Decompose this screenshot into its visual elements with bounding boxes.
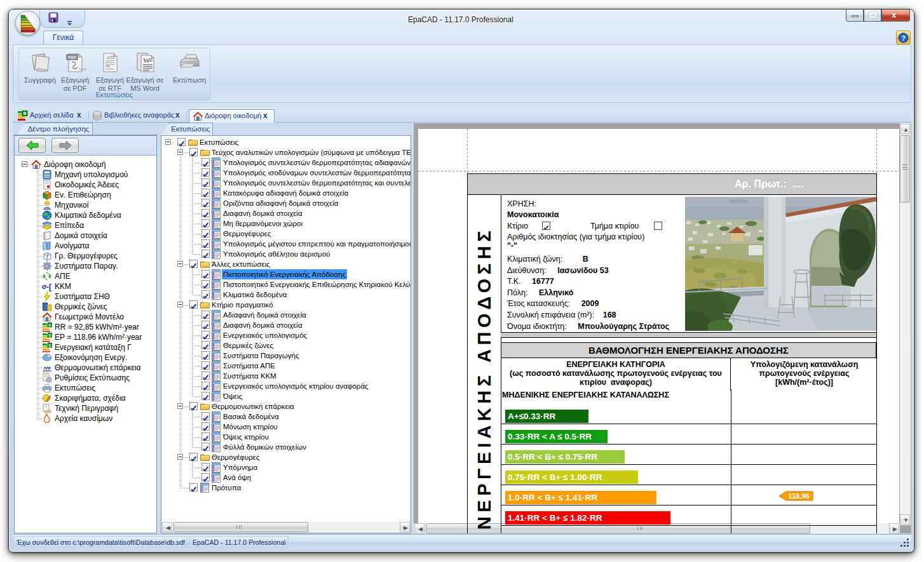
svg-text:G: G [48, 323, 51, 327]
svg-text:G: G [48, 333, 51, 337]
svg-text:A: A [105, 55, 109, 60]
svg-text:G: G [48, 344, 51, 347]
svg-text:Adobe: Adobe [79, 68, 86, 71]
svg-text:PDF: PDF [68, 55, 76, 60]
svg-text:118,96: 118,96 [788, 492, 809, 500]
svg-text:-[: -[ [46, 283, 51, 291]
svg-text:?: ? [901, 34, 906, 42]
svg-text:B: B [24, 111, 27, 116]
